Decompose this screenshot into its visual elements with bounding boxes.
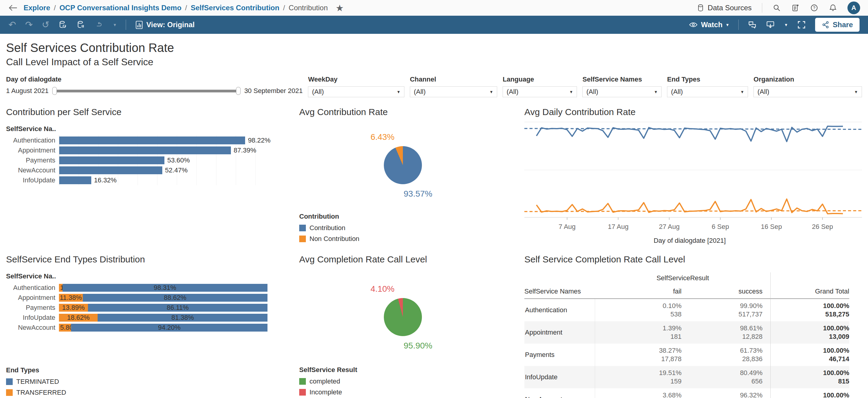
bar-segment-terminated[interactable]: 88.62% [83, 294, 268, 302]
filter-dropdown-organization[interactable]: (All)▼ [753, 86, 862, 97]
notifications-button[interactable] [829, 4, 837, 12]
filter-dropdown-channel[interactable]: (All)▼ [410, 86, 497, 97]
legend-item[interactable]: Non Contribution [299, 235, 509, 243]
column-header[interactable]: success [682, 285, 771, 299]
bar-track: 52.47% [59, 165, 271, 175]
legend-swatch [6, 389, 13, 396]
filter-dropdown-selfservice-names[interactable]: (All)▼ [582, 86, 661, 97]
column-header[interactable]: fail [595, 285, 682, 299]
download-caret[interactable]: ▼ [784, 23, 788, 27]
undo-button[interactable]: ↶ [8, 20, 16, 29]
breadcrumb-explore[interactable]: Explore [24, 4, 50, 12]
table-row-name[interactable]: Appointment [524, 321, 595, 344]
bar[interactable] [59, 176, 91, 184]
slider-handle-start[interactable] [52, 87, 57, 95]
table-row-name[interactable]: Authentication [524, 299, 595, 321]
filter-dropdown-end-types[interactable]: (All)▼ [667, 86, 748, 97]
table-cell-grand-total[interactable]: 100.00%2,146 [771, 388, 849, 398]
column-header[interactable]: SelfService Names [524, 285, 595, 299]
pie-chart[interactable]: 6.43%93.57% [384, 146, 422, 184]
favorite-star-icon[interactable]: ★ [336, 3, 344, 13]
bar[interactable] [59, 146, 231, 154]
slider-track[interactable] [53, 90, 240, 92]
bar-segment-transferred[interactable]: 18.62% [59, 314, 98, 322]
table-cell-fail[interactable]: 1.39%181 [595, 321, 682, 344]
download-button[interactable] [766, 21, 775, 29]
auto-update-caret[interactable]: ▼ [113, 23, 117, 27]
category-label: NewAccount [6, 166, 59, 174]
filter-label: Organization [753, 75, 862, 84]
breadcrumb-workbook[interactable]: SelfServices Contribution [191, 4, 279, 12]
table-cell-grand-total[interactable]: 100.00%46,714 [771, 344, 849, 366]
x-tick-label: 27 Aug [659, 223, 680, 230]
refresh-data-button[interactable] [58, 20, 67, 29]
bar-segment-transferred[interactable]: 11.38% [59, 294, 83, 302]
table-cell-success[interactable]: 61.73%28,836 [682, 344, 771, 366]
table-cell-fail[interactable]: 3.68%79 [595, 388, 682, 398]
category-label: Authentication [6, 284, 59, 292]
column-header[interactable]: Grand Total [771, 285, 849, 299]
date-range-slider[interactable] [53, 86, 240, 95]
slider-handle-end[interactable] [236, 87, 241, 95]
bar[interactable] [59, 166, 162, 174]
view-original-button[interactable]: View: Original [135, 21, 195, 29]
filter-value: (All) [414, 88, 426, 96]
share-button[interactable]: Share [815, 18, 860, 32]
table-cell-grand-total[interactable]: 100.00%815 [771, 366, 849, 388]
legend-item[interactable]: Incomplete [299, 388, 509, 396]
bar-chart-body: Authentication98.22%Appointment87.39%Pay… [6, 135, 284, 185]
avatar[interactable]: A [847, 1, 860, 14]
bar-segment-transferred[interactable]: 13.89% [59, 304, 88, 312]
bar-row: InfoUpdate16.32% [6, 175, 284, 185]
table-row-name[interactable]: InfoUpdate [524, 366, 595, 388]
table-row-name[interactable]: NewAccount [524, 388, 595, 398]
pause-updates-button[interactable] [76, 20, 86, 29]
date-range-end: 30 September 2021 [244, 87, 303, 95]
table-cell-fail[interactable]: 0.10%538 [595, 299, 682, 321]
table-row-name[interactable]: Payments [524, 344, 595, 366]
breadcrumb-project[interactable]: OCP Conversational Insights Demo [60, 4, 182, 12]
table-cell-grand-total[interactable]: 100.00%518,275 [771, 299, 849, 321]
legend-item[interactable]: completed [299, 377, 509, 385]
redo-button[interactable]: ↷ [25, 20, 33, 29]
back-button[interactable] [8, 4, 18, 12]
legend-swatch [299, 389, 306, 396]
watch-button[interactable]: Watch ▼ [689, 21, 729, 29]
bar-segment-terminated[interactable]: 81.38% [98, 314, 268, 322]
bar[interactable] [59, 136, 245, 144]
bar-segment-terminated[interactable]: 86.11% [88, 304, 268, 312]
revert-button[interactable]: ↺ [42, 20, 49, 29]
chevron-down-icon: ▼ [397, 90, 400, 94]
chart-title: Self Service Completion Rate Call Level [524, 254, 862, 265]
legend-item[interactable]: Contribution [299, 224, 509, 232]
table-cell-grand-total[interactable]: 100.00%13,009 [771, 321, 849, 344]
table-cell-success[interactable]: 99.90%517,737 [682, 299, 771, 321]
bar-segment-terminated[interactable]: 98.31% [63, 284, 268, 292]
table-cell-success[interactable]: 96.32%2,067 [682, 388, 771, 398]
table-cell-fail[interactable]: 38.27%17,878 [595, 344, 682, 366]
filter-dropdown-language[interactable]: (All)▼ [503, 86, 577, 97]
bar-value-label: 87.39% [234, 146, 256, 154]
divider [738, 20, 739, 30]
bar-track: 87.39% [59, 145, 271, 155]
breadcrumb-separator: / [54, 4, 56, 12]
recents-button[interactable] [791, 4, 800, 12]
bar[interactable] [59, 157, 164, 164]
bar-segment-transferred[interactable]: 1.69% [59, 284, 63, 292]
table-cell-fail[interactable]: 19.51%159 [595, 366, 682, 388]
fullscreen-button[interactable] [797, 20, 806, 29]
auto-update-button[interactable] [95, 20, 104, 29]
help-button[interactable]: ? [810, 4, 818, 12]
breadcrumb-separator: / [185, 4, 187, 12]
comments-button[interactable] [748, 21, 757, 29]
legend-item[interactable]: TRANSFERRED [6, 389, 284, 397]
pie-chart[interactable]: 4.10%95.90% [384, 298, 422, 336]
search-button[interactable] [773, 4, 781, 12]
filter-dropdown-weekday[interactable]: (All)▼ [308, 86, 404, 97]
legend-item[interactable]: TERMINATED [6, 378, 284, 386]
bar-segment-transferred[interactable]: 5.80% [59, 324, 71, 332]
data-sources-button[interactable]: Data Sources [696, 4, 752, 12]
table-cell-success[interactable]: 80.49%656 [682, 366, 771, 388]
table-cell-success[interactable]: 98.61%12,828 [682, 321, 771, 344]
bar-segment-terminated[interactable]: 94.20% [71, 324, 268, 332]
